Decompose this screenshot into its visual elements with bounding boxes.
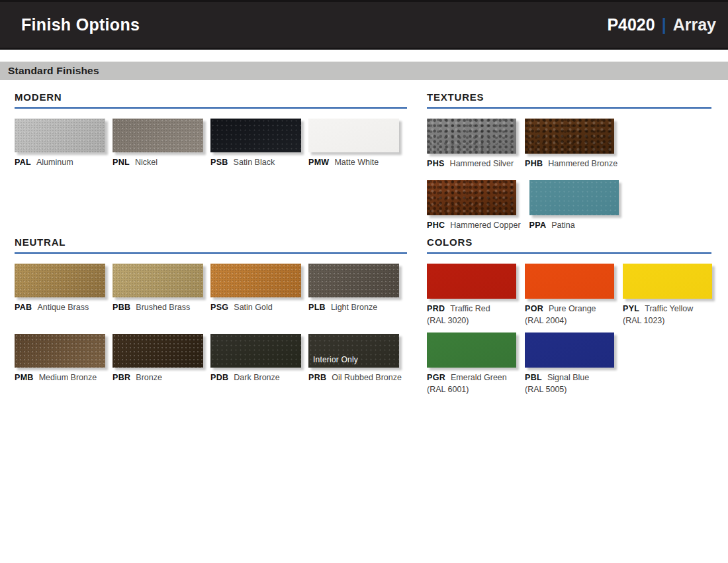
section-modern: MODERN PALAluminumPNLNickelPSBSatin Blac… xyxy=(15,91,407,167)
finish-name: Dark Bronze xyxy=(234,373,279,382)
finish-swatch-pgr xyxy=(427,333,516,368)
finish-swatch-pal xyxy=(15,119,105,152)
finish-label: PSBSatin Black xyxy=(210,158,301,167)
section-title-modern: MODERN xyxy=(15,91,407,109)
finish-swatch-pdb xyxy=(210,334,301,368)
finish-label: PLBLight Bronze xyxy=(308,303,399,312)
finish-label: PPAPatina xyxy=(529,221,619,230)
finish-code: PHC xyxy=(427,221,445,230)
section-neutral: NEUTRAL PABAntique BrassPBBBrushed Brass… xyxy=(15,236,407,382)
finish-name: Signal Blue xyxy=(547,373,589,382)
finish-ral-code: (RAL 1023) xyxy=(623,316,712,325)
finish-cell-pbl: PBLSignal Blue(RAL 5005) xyxy=(525,333,614,394)
finish-code: PRB xyxy=(308,373,326,382)
finish-cell-pab: PABAntique Brass xyxy=(15,264,105,312)
finish-cell-pal: PALAluminum xyxy=(15,119,105,167)
finish-label: PBRBronze xyxy=(113,373,203,382)
finish-cell-psg: PSGSatin Gold xyxy=(210,264,301,312)
finish-name: Brushed Brass xyxy=(136,303,190,312)
finish-name: Pure Orange xyxy=(549,304,596,313)
finish-ral-code: (RAL 5005) xyxy=(525,385,614,394)
modern-row-1: PALAluminumPNLNickelPSBSatin BlackPMWMat… xyxy=(15,119,407,167)
finish-cell-prd: PRDTraffic Red(RAL 3020) xyxy=(427,264,516,325)
finish-ral-code: (RAL 2004) xyxy=(525,316,614,325)
finish-name: Satin Gold xyxy=(234,303,272,312)
finish-swatch-psg xyxy=(210,264,301,297)
finish-cell-plb: PLBLight Bronze xyxy=(308,264,399,312)
finish-label: PHCHammered Copper xyxy=(427,221,521,230)
finish-swatch-prd xyxy=(427,264,516,299)
finish-swatch-psb xyxy=(210,119,301,152)
finish-name: Bronze xyxy=(136,373,162,382)
finish-cell-por: PORPure Orange(RAL 2004) xyxy=(525,264,614,325)
finish-cell-pdb: PDBDark Bronze xyxy=(210,334,301,382)
finish-code: PSB xyxy=(210,158,228,167)
finish-label: PGREmerald Green xyxy=(427,373,516,382)
finish-cell-pnl: PNLNickel xyxy=(113,119,203,167)
finish-swatch-pbb xyxy=(113,264,203,297)
finish-name: Hammered Bronze xyxy=(548,159,617,168)
finish-name: Hammered Copper xyxy=(450,221,520,230)
finish-cell-pbb: PBBBrushed Brass xyxy=(113,264,203,312)
divider-pipe: | xyxy=(662,15,666,34)
finish-ral-code: (RAL 3020) xyxy=(427,316,516,325)
finish-name: Hammered Silver xyxy=(450,159,514,168)
finish-cell-pyl: PYLTraffic Yellow(RAL 1023) xyxy=(623,264,712,325)
modern-swatch-grid: PALAluminumPNLNickelPSBSatin BlackPMWMat… xyxy=(15,119,407,167)
finish-code: PBL xyxy=(525,373,542,382)
finish-label: PYLTraffic Yellow xyxy=(623,304,712,313)
finish-name: Nickel xyxy=(135,158,158,167)
product-code: P4020 xyxy=(607,15,655,34)
finish-swatch-pmw xyxy=(308,119,399,152)
product-name: Array xyxy=(673,15,716,34)
finish-cell-phb: PHBHammered Bronze xyxy=(525,119,617,168)
finish-code: PGR xyxy=(427,373,445,382)
finish-code: PRD xyxy=(427,304,445,313)
finish-code: PHS xyxy=(427,159,445,168)
finish-swatch-plb xyxy=(308,264,399,297)
finish-name: Emerald Green xyxy=(451,373,507,382)
finish-name: Aluminum xyxy=(36,158,73,167)
finish-swatch-phb xyxy=(525,119,614,154)
finish-name: Traffic Yellow xyxy=(645,304,693,313)
finish-cell-prb: Interior OnlyPRBOil Rubbed Bronze xyxy=(308,334,402,382)
neutral-row-2: PMBMedium BronzePBRBronzePDBDark BronzeI… xyxy=(15,334,407,382)
neutral-row-1: PABAntique BrassPBBBrushed BrassPSGSatin… xyxy=(15,264,407,312)
finish-swatch-pbl xyxy=(525,333,614,368)
finish-label: PORPure Orange xyxy=(525,304,614,313)
finish-label: PBLSignal Blue xyxy=(525,373,614,382)
finish-swatch-pab xyxy=(15,264,105,297)
colors-row-1: PRDTraffic Red(RAL 3020)PORPure Orange(R… xyxy=(427,264,711,325)
finish-code: PYL xyxy=(623,304,639,313)
finish-swatch-por xyxy=(525,264,614,299)
finish-code: PBR xyxy=(113,373,130,382)
finish-label: PHBHammered Bronze xyxy=(525,159,617,168)
finish-label: PNLNickel xyxy=(113,158,203,167)
finish-cell-phc: PHCHammered Copper xyxy=(427,180,521,230)
finish-cell-pmb: PMBMedium Bronze xyxy=(15,334,105,382)
finish-label: PRBOil Rubbed Bronze xyxy=(308,373,402,382)
textures-swatch-grid: PHSHammered SilverPHBHammered BronzePHCH… xyxy=(427,119,711,230)
finish-label: PMWMatte White xyxy=(308,158,399,167)
finish-swatch-phs xyxy=(427,119,516,154)
neutral-swatch-grid: PABAntique BrassPBBBrushed BrassPSGSatin… xyxy=(15,264,407,382)
finish-label: PRDTraffic Red xyxy=(427,304,516,313)
finish-label: PMBMedium Bronze xyxy=(15,373,105,382)
finish-cell-ppa: PPAPatina xyxy=(529,180,619,230)
finish-label: PALAluminum xyxy=(15,158,105,167)
finish-label: PBBBrushed Brass xyxy=(113,303,203,312)
page-header: Finish Options P4020 | Array xyxy=(0,0,728,50)
finish-swatch-phc xyxy=(427,180,516,215)
finish-code: PLB xyxy=(308,303,326,312)
finish-swatch-ppa xyxy=(529,180,619,215)
finish-code: PNL xyxy=(113,158,130,167)
section-title-neutral: NEUTRAL xyxy=(15,236,407,254)
finish-label: PABAntique Brass xyxy=(15,303,105,312)
finish-cell-pmw: PMWMatte White xyxy=(308,119,399,167)
finish-label: PHSHammered Silver xyxy=(427,159,516,168)
finish-name: Traffic Red xyxy=(450,304,490,313)
finish-cell-phs: PHSHammered Silver xyxy=(427,119,516,168)
standard-finishes-title: Standard Finishes xyxy=(8,65,99,77)
colors-swatch-grid: PRDTraffic Red(RAL 3020)PORPure Orange(R… xyxy=(427,264,711,394)
colors-row-2: PGREmerald Green(RAL 6001)PBLSignal Blue… xyxy=(427,333,711,394)
